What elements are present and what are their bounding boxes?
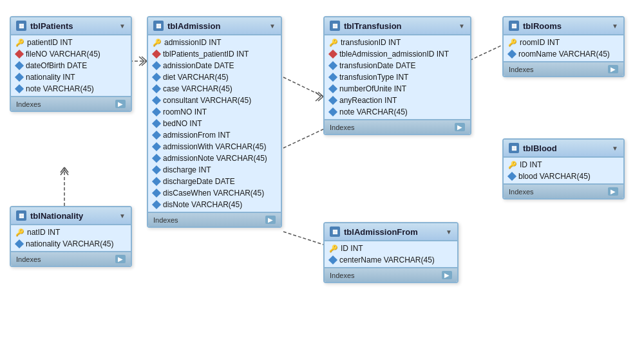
key-icon: 🔑 [153,39,161,46]
table-header-tblPatients[interactable]: ▦ tblPatients ▼ [11,17,131,35]
diamond-blue-icon [152,73,161,82]
table-header-tblTransfusion[interactable]: ▦ tblTransfusion ▼ [325,17,470,35]
field-row: note VARCHAR(45) [325,106,470,118]
svg-line-10 [316,97,321,101]
field-row: roomNO INT [148,106,281,118]
table-footer[interactable]: Indexes ▶ [325,119,470,134]
diamond-blue-icon [152,131,161,140]
field-text: note VARCHAR(45) [26,84,94,93]
table-icon: ▦ [153,21,164,31]
table-header-tblRooms[interactable]: ▦ tblRooms ▼ [504,17,623,35]
footer-arrow[interactable]: ▶ [608,65,618,73]
field-text: admissionID INT [164,38,222,47]
table-header-tblAdmissionFrom[interactable]: ▦ tblAdmissionFrom ▼ [325,223,457,241]
footer-arrow[interactable]: ▶ [455,123,465,131]
field-text: roomID INT [520,38,560,47]
diamond-red-icon [328,50,337,59]
canvas: | ▦ tblPatients ▼ [0,0,644,352]
svg-line-3 [142,61,147,66]
field-row: dischargeDate DATE [148,176,281,187]
diamond-blue-icon [152,200,161,209]
dropdown-arrow[interactable]: ▼ [612,145,618,152]
table-title: tblAdmission [167,21,220,31]
field-row: blood VARCHAR(45) [504,171,623,182]
field-row: fileNO VARCHAR(45) [11,48,131,60]
table-icon: ▦ [509,21,519,31]
field-text: natID INT [27,228,60,237]
dropdown-arrow[interactable]: ▼ [459,23,465,30]
dropdown-arrow[interactable]: ▼ [119,212,126,219]
field-row: admissionNote VARCHAR(45) [148,153,281,164]
field-row: dateOfBirth DATE [11,60,131,71]
field-row: 🔑 ID INT [504,159,623,171]
field-row: numberOfUnite INT [325,83,470,95]
field-text: centerName VARCHAR(45) [339,255,435,264]
field-text: blood VARCHAR(45) [518,172,591,181]
diamond-blue-icon [152,142,161,151]
table-footer[interactable]: Indexes ▶ [504,183,623,198]
table-body: 🔑 patientID INT fileNO VARCHAR(45) dateO… [11,35,131,96]
table-tblNationality[interactable]: ▦ tblNationality ▼ 🔑 natID INT nationali… [10,206,132,267]
field-text: dischargeDate DATE [163,177,235,186]
dropdown-arrow[interactable]: ▼ [269,23,276,30]
field-row: disNote VARCHAR(45) [148,199,281,210]
table-tblBlood[interactable]: ▦ tblBlood ▼ 🔑 ID INT blood VARCHAR(45) … [502,138,625,199]
diamond-red-icon [152,50,161,59]
diamond-blue-icon [507,172,516,181]
dropdown-arrow[interactable]: ▼ [446,228,452,236]
table-footer[interactable]: Indexes ▶ [11,96,131,111]
field-text: transfusionID INT [341,38,401,47]
field-row: 🔑 transfusionID INT [325,37,470,48]
field-row: centerName VARCHAR(45) [325,254,457,266]
field-row: consultant VARCHAR(45) [148,95,281,106]
table-icon: ▦ [16,210,26,221]
diamond-blue-icon [152,154,161,163]
table-icon: ▦ [509,143,519,153]
table-header-tblNationality[interactable]: ▦ tblNationality ▼ [11,207,131,225]
table-tblAdmission[interactable]: ▦ tblAdmission ▼ 🔑 admissionID INT tblPa… [147,16,282,228]
footer-arrow[interactable]: ▶ [115,255,126,263]
table-footer[interactable]: Indexes ▶ [504,61,623,76]
table-footer[interactable]: Indexes ▶ [325,267,457,282]
field-row: 🔑 roomID INT [504,37,623,48]
table-header-tblAdmission[interactable]: ▦ tblAdmission ▼ [148,17,281,35]
field-text: nationality VARCHAR(45) [26,239,114,248]
field-text: transfusionType INT [339,73,408,82]
dropdown-arrow[interactable]: ▼ [119,23,126,30]
table-tblRooms[interactable]: ▦ tblRooms ▼ 🔑 roomID INT roomName VARCH… [502,16,625,77]
diamond-blue-icon [152,119,161,128]
footer-arrow[interactable]: ▶ [115,100,126,108]
footer-arrow[interactable]: ▶ [608,187,618,196]
table-header-tblBlood[interactable]: ▦ tblBlood ▼ [504,140,623,158]
field-text: bedNO INT [163,119,202,128]
field-row: roomName VARCHAR(45) [504,48,623,60]
indexes-label: Indexes [16,100,41,108]
footer-arrow[interactable]: ▶ [442,271,452,279]
table-tblPatients[interactable]: ▦ tblPatients ▼ 🔑 patientID INT fileNO V… [10,16,132,112]
field-text: tblPatients_patientID INT [163,50,249,59]
indexes-label: Indexes [509,188,534,196]
svg-line-13 [64,167,68,172]
svg-line-14 [61,170,64,175]
key-icon: 🔑 [330,245,337,252]
field-text: case VARCHAR(45) [163,84,232,93]
table-icon: ▦ [330,21,340,31]
field-row: discharge INT [148,164,281,176]
field-text: disCaseWhen VARCHAR(45) [163,189,264,198]
field-row: 🔑 ID INT [325,243,457,254]
table-title: tblRooms [523,21,562,31]
table-tblTransfusion[interactable]: ▦ tblTransfusion ▼ 🔑 transfusionID INT t… [323,16,471,135]
table-title: tblPatients [30,21,73,31]
field-row: admissionWith VARCHAR(45) [148,141,281,153]
field-text: patientID INT [27,38,73,47]
table-title: tblAdmissionFrom [344,227,418,237]
table-footer[interactable]: Indexes ▶ [148,212,281,227]
diamond-red-icon [15,50,24,59]
indexes-label: Indexes [16,255,41,263]
field-row: tblPatients_patientID INT [148,48,281,60]
table-tblAdmissionFrom[interactable]: ▦ tblAdmissionFrom ▼ 🔑 ID INT centerName… [323,222,459,283]
table-footer[interactable]: Indexes ▶ [11,251,131,266]
dropdown-arrow[interactable]: ▼ [612,23,618,30]
footer-arrow[interactable]: ▶ [265,216,276,224]
diamond-blue-icon [15,61,24,70]
